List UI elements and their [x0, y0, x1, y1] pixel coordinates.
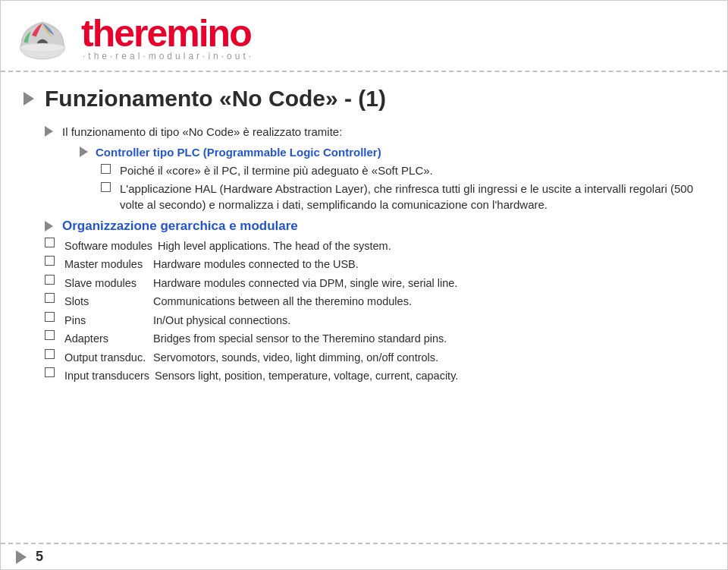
list-item: Software modulesHigh level applications.… [45, 238, 704, 254]
list-checkbox [45, 275, 55, 285]
controller-row: Controller tipo PLC (Programmable Logic … [80, 144, 704, 160]
list-checkbox [45, 238, 55, 247]
list-item-desc: High level applications. The head of the… [158, 238, 391, 254]
list-item: Master modulesHardware modules connected… [45, 257, 704, 272]
organizzazione-arrow [45, 221, 53, 231]
organizzazione-header: Organizzazione gerarchica e modulare [24, 219, 704, 234]
list-item-label: Slave modules [64, 276, 148, 291]
footer-arrow [16, 550, 27, 564]
main-title: Funzionamento «No Code» - (1) [24, 86, 704, 112]
list-item: Input transducersSensors light, position… [45, 368, 704, 384]
list-item-desc: Sensors light, position, temperature, vo… [155, 368, 458, 384]
list-checkbox [45, 293, 55, 303]
list-checkbox [45, 312, 55, 322]
header: theremino ·the·real·modular·in·out· [1, 1, 727, 72]
controller-block: Controller tipo PLC (Programmable Logic … [45, 144, 704, 213]
poiche-text: Poiché il «core» è il PC, il termine più… [120, 162, 433, 178]
list-item: SlotsCommunications between all the ther… [45, 294, 704, 310]
intro-line-row: Il funzionamento di tipo «No Code» è rea… [45, 124, 704, 141]
hal-checkbox [101, 182, 111, 192]
list-item-desc: Communications between all the theremino… [153, 294, 412, 310]
intro-block: Il funzionamento di tipo «No Code» è rea… [24, 124, 704, 213]
svg-point-1 [20, 43, 65, 52]
hal-row: L'applicazione HAL (Hardware Abstraction… [80, 181, 704, 213]
list-item: PinsIn/Out physical connections. [45, 313, 704, 329]
controller-text: Controller tipo PLC (Programmable Logic … [96, 144, 381, 160]
slide-page: theremino ·the·real·modular·in·out· Funz… [0, 0, 728, 570]
list-item: AdaptersBridges from special sensor to t… [45, 331, 704, 347]
hal-text: L'applicazione HAL (Hardware Abstraction… [120, 181, 704, 213]
poiche-row: Poiché il «core» è il PC, il termine più… [80, 162, 704, 178]
list-item-label: Input transducers [64, 368, 149, 384]
intro-arrow [45, 126, 53, 137]
organizzazione-title-text: Organizzazione gerarchica e modulare [62, 219, 298, 234]
igloo-logo [16, 11, 69, 65]
list-checkbox [45, 367, 55, 377]
poiche-checkbox [101, 164, 111, 174]
list-item-desc: In/Out physical connections. [153, 313, 290, 329]
footer-number-block: 5 [16, 549, 43, 565]
list-section: Software modulesHigh level applications.… [24, 238, 704, 385]
list-checkbox [45, 330, 55, 340]
theremino-text: theremino [81, 14, 251, 52]
theremino-tagline: ·the·real·modular·in·out· [83, 51, 254, 61]
list-item-desc: Hardware modules connected via DPM, sing… [153, 276, 457, 291]
list-item-label: Software modules [64, 238, 152, 254]
main-content: Funzionamento «No Code» - (1) Il funzion… [1, 72, 727, 543]
list-item-desc: Servomotors, sounds, video, light dimmin… [153, 350, 438, 366]
list-item-label: Pins [64, 313, 148, 329]
list-item-label: Slots [64, 294, 148, 310]
theremino-logo: theremino ·the·real·modular·in·out· [81, 14, 254, 61]
footer: 5 [1, 543, 727, 569]
list-item: Slave modulesHardware modules connected … [45, 276, 704, 291]
list-item-label: Master modules [64, 257, 148, 272]
list-checkbox [45, 349, 55, 359]
list-item-desc: Hardware modules connected to the USB. [153, 257, 359, 272]
main-title-text: Funzionamento «No Code» - (1) [45, 86, 386, 112]
list-item-label: Adapters [64, 331, 148, 347]
list-item: Output transduc.Servomotors, sounds, vid… [45, 350, 704, 366]
controller-arrow [80, 146, 88, 157]
list-checkbox [45, 256, 55, 266]
list-item-desc: Bridges from special sensor to the There… [153, 331, 447, 347]
main-title-arrow [24, 92, 34, 105]
list-item-label: Output transduc. [64, 350, 148, 366]
footer-number-text: 5 [36, 549, 43, 565]
intro-text: Il funzionamento di tipo «No Code» è rea… [62, 124, 342, 141]
